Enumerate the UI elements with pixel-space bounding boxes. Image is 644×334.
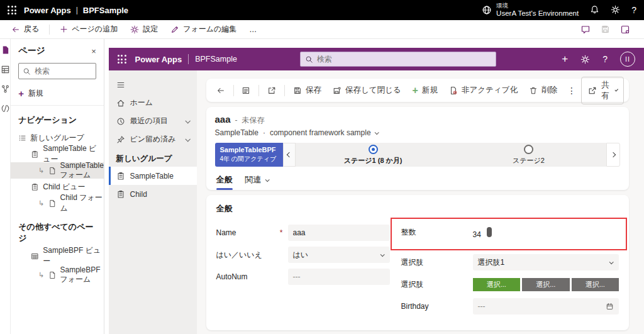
back-button[interactable]: 戻る [6, 21, 44, 37]
close-panel-icon[interactable]: × [91, 47, 96, 56]
settings-gear-icon[interactable] [611, 5, 620, 14]
plus-icon: + [18, 88, 24, 99]
sitemap-item-pinned[interactable]: ピン留め済み [109, 130, 197, 148]
choice-option-button-2[interactable]: 選択... [522, 278, 570, 291]
plus-icon [60, 25, 68, 33]
form-selector[interactable]: component framework sample [270, 128, 378, 137]
bpf-name-box[interactable]: SampleTableBPF 4年 の間アクティブ [215, 143, 283, 167]
delete-button[interactable]: 削除 [524, 82, 562, 99]
birthday-date-field[interactable]: --- [473, 298, 619, 315]
bpf-stage-2[interactable]: ステージ2 [451, 145, 606, 167]
maker-command-bar: 戻る ページの追加 設定 フォームの編集 … [0, 20, 644, 39]
quick-create-icon[interactable]: + [562, 53, 568, 65]
save-and-close-button[interactable]: 保存して閉じる [328, 82, 406, 99]
tree-item-samplebpf-view[interactable]: SampleBPF ビュー [11, 248, 104, 264]
pages-rail-icon[interactable] [1, 45, 10, 55]
choice-dropdown[interactable]: 選択肢1 [473, 254, 619, 270]
app-name[interactable]: BPFSample [195, 55, 237, 64]
pages-search-box[interactable] [18, 63, 96, 79]
deactivate-button[interactable]: 非アクティブ化 [444, 82, 523, 99]
autonum-readonly-field: --- [288, 269, 390, 285]
form-page-icon [48, 199, 57, 208]
app-settings-gear-icon[interactable] [580, 55, 590, 64]
help-icon[interactable]: ? [631, 5, 636, 15]
sitemap-toggle-button[interactable] [109, 75, 197, 94]
record-back-button[interactable] [211, 83, 230, 98]
new-page-button[interactable]: + 新規 [11, 84, 104, 103]
view-icon [31, 183, 39, 191]
tables-rail-icon[interactable] [1, 65, 10, 74]
avatar[interactable]: II [620, 52, 635, 67]
sitemap-item-sampletable[interactable]: SampleTable [109, 167, 197, 185]
tab-general[interactable]: 全般 [216, 174, 233, 190]
back-arrow-icon [11, 25, 20, 34]
tree-item-label: Child ビュー [43, 182, 85, 192]
bpf-prev-button[interactable] [283, 143, 296, 167]
more-commands-button[interactable]: … [244, 23, 262, 36]
title-separator: - [235, 116, 238, 125]
chevron-down-icon[interactable] [185, 118, 190, 123]
toolbar-divider [49, 25, 50, 35]
edit-form-button[interactable]: フォームの編集 [165, 21, 242, 37]
sitemap-label: SampleTable [130, 172, 174, 181]
app-launcher-icon[interactable] [118, 55, 126, 64]
back-arrow-icon [216, 86, 225, 95]
name-text-input[interactable] [293, 228, 385, 237]
add-page-button[interactable]: ページの追加 [55, 21, 123, 37]
slider-handle[interactable] [487, 227, 492, 237]
tree-item-sampletable-view[interactable]: SampleTable ビュー [11, 146, 104, 162]
sitemap-item-home[interactable]: ホーム [109, 94, 197, 112]
panel-divider [11, 105, 104, 106]
slider-value: 34 [473, 230, 619, 239]
bpf-stage-1[interactable]: ステージ1 (8 か月) [296, 145, 451, 167]
popout-button[interactable] [262, 83, 281, 98]
save-button[interactable]: 保存 [288, 82, 326, 99]
flows-rail-icon[interactable] [1, 84, 10, 94]
share-icon [588, 86, 597, 95]
sitemap-item-recent[interactable]: 最近の項目 [109, 112, 197, 130]
brand-separator: | [76, 6, 78, 14]
save-label: 保存 [306, 85, 321, 96]
trash-icon [529, 86, 538, 95]
field-label: Birthday [401, 302, 473, 311]
notifications-bell-icon[interactable] [590, 5, 599, 14]
tree-item-sampletable-form[interactable]: ↳ SampleTable フォーム [11, 162, 104, 179]
environment-picker[interactable]: 環境 UserA Test's Environment [482, 3, 579, 18]
field-row-integer: 整数 34 [401, 225, 619, 248]
share-button[interactable]: 共有 [581, 77, 624, 104]
publish-icon[interactable] [620, 25, 630, 35]
yesno-dropdown[interactable]: はい [288, 247, 390, 263]
bpf-next-button[interactable] [606, 143, 620, 167]
choice-option-button-3[interactable]: 選択... [572, 278, 619, 291]
tree-item-child-form[interactable]: ↳ Child フォーム [11, 195, 104, 211]
app-search-box[interactable] [300, 52, 496, 67]
chevron-down-icon [609, 260, 614, 264]
field-row-yesno: はい／いいえ はい [216, 247, 390, 263]
sitemap-label: 最近の項目 [130, 116, 168, 126]
comments-icon[interactable] [580, 25, 591, 35]
tree-item-samplebpf-form[interactable]: ↳ SampleBPF フォーム [11, 267, 104, 283]
sub-arrow-icon: ↳ [38, 199, 44, 208]
pages-search-input[interactable] [35, 67, 92, 75]
calendar-icon[interactable] [606, 303, 614, 311]
new-record-button[interactable]: + 新規 [408, 82, 443, 99]
chevron-down-icon[interactable] [185, 136, 190, 142]
maker-top-bar: Power Apps | BPFSample 環境 UserA Test's E… [0, 0, 644, 20]
active-tab-underline [216, 188, 233, 190]
stage-inactive-icon [524, 145, 533, 154]
show-form-button[interactable] [236, 83, 255, 98]
sitemap-item-child[interactable]: Child [109, 185, 197, 203]
view-icon [31, 150, 39, 159]
more-commands-icon[interactable]: ⋮ [564, 86, 580, 96]
code-rail-icon[interactable] [1, 104, 10, 113]
app-help-icon[interactable]: ? [602, 54, 608, 64]
settings-button[interactable]: 設定 [125, 21, 163, 37]
tab-related[interactable]: 関連 [245, 174, 269, 190]
choice-option-button-1[interactable]: 選択... [473, 278, 521, 291]
autonum-value: --- [293, 272, 301, 281]
search-icon [23, 67, 31, 75]
app-launcher-icon[interactable] [8, 6, 16, 14]
app-search-input[interactable] [317, 55, 491, 64]
multichoice-control: 選択... 選択... 選択... [473, 278, 619, 291]
save-icon [293, 86, 302, 95]
